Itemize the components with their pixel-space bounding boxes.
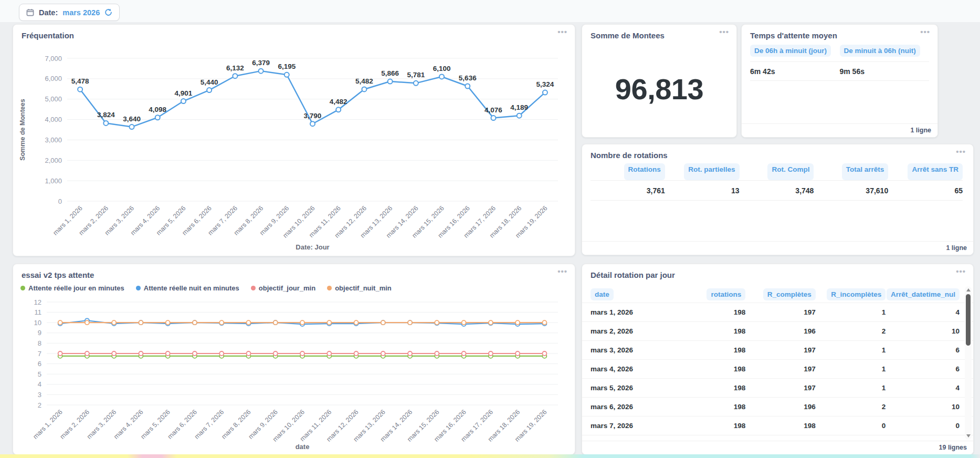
cell-value[interactable]: 196: [745, 327, 816, 335]
column-header-arret-datetime-nul[interactable]: Arrêt_datetime_nul: [887, 288, 960, 300]
column-header-date[interactable]: date: [591, 288, 614, 300]
legend-item[interactable]: objectif_jour_min: [251, 284, 315, 292]
table-row[interactable]: mars 2, 2026198196210: [582, 322, 973, 341]
cell-attente-nuit[interactable]: 9m 56s: [840, 67, 930, 76]
card-menu-icon[interactable]: •••: [956, 267, 966, 275]
cell-value[interactable]: 198: [679, 327, 746, 335]
cell-value[interactable]: 10: [886, 327, 960, 335]
data-point[interactable]: [408, 351, 412, 356]
column-header-nuit[interactable]: De minuit à 06h (nuit): [840, 45, 920, 57]
cell-value[interactable]: 198: [679, 403, 746, 411]
cell-value[interactable]: 1: [816, 384, 886, 392]
card-menu-icon[interactable]: •••: [557, 28, 567, 36]
data-point[interactable]: [139, 320, 143, 325]
data-point[interactable]: [246, 320, 250, 325]
cell-value[interactable]: 198: [679, 308, 746, 316]
cell-rot-partielles[interactable]: 13: [665, 186, 740, 195]
data-point[interactable]: [300, 351, 304, 356]
data-point[interactable]: [354, 320, 359, 325]
data-point[interactable]: [58, 320, 62, 325]
cell-value[interactable]: 197: [745, 365, 816, 373]
data-point[interactable]: [435, 351, 439, 356]
data-point[interactable]: [112, 351, 116, 356]
cell-value[interactable]: 1: [816, 308, 886, 316]
table-row[interactable]: mars 4, 202619819716: [582, 360, 973, 379]
data-point[interactable]: [246, 351, 250, 356]
column-header-total-arrets[interactable]: Total arrêts: [842, 163, 889, 180]
data-point[interactable]: [408, 320, 412, 325]
date-filter[interactable]: Date: mars 2026: [19, 4, 120, 21]
data-point[interactable]: [193, 351, 197, 356]
column-header-rotations[interactable]: rotations: [707, 288, 745, 300]
data-point[interactable]: [193, 320, 197, 325]
cell-date[interactable]: mars 2, 2026: [591, 327, 679, 335]
cell-arret-sans-tr[interactable]: 65: [888, 186, 963, 195]
cell-date[interactable]: mars 4, 2026: [591, 365, 679, 373]
data-point[interactable]: [273, 320, 278, 325]
cell-value[interactable]: 197: [745, 346, 816, 354]
data-point[interactable]: [327, 320, 331, 325]
cell-attente-jour[interactable]: 6m 42s: [750, 67, 840, 76]
data-point[interactable]: [381, 351, 385, 356]
data-point[interactable]: [465, 84, 470, 89]
cell-value[interactable]: 6: [886, 346, 960, 354]
cell-value[interactable]: 1: [816, 365, 886, 373]
data-point[interactable]: [259, 69, 264, 74]
cell-date[interactable]: mars 3, 2026: [591, 346, 679, 354]
refresh-icon[interactable]: [104, 8, 112, 16]
cell-value[interactable]: 198: [679, 365, 746, 373]
scroll-thumb[interactable]: [966, 294, 971, 346]
cell-rot-compl[interactable]: 3,748: [740, 186, 814, 195]
cell-value[interactable]: 197: [745, 308, 816, 316]
table-scrollbar[interactable]: [965, 286, 972, 440]
cell-value[interactable]: 198: [679, 346, 746, 354]
data-point[interactable]: [219, 351, 224, 356]
column-header-jour[interactable]: De 06h à minuit (jour): [750, 45, 831, 57]
data-point[interactable]: [414, 81, 418, 86]
data-point[interactable]: [388, 79, 393, 84]
data-point[interactable]: [207, 88, 212, 92]
scroll-down-icon[interactable]: [966, 434, 971, 438]
table-row[interactable]: mars 3, 202619819716: [582, 341, 973, 360]
table-row[interactable]: mars 6, 2026198196210: [582, 398, 973, 417]
data-point[interactable]: [435, 320, 439, 325]
column-header-r-incompletes[interactable]: R_incomplètes: [827, 288, 886, 300]
legend-item[interactable]: Attente réelle nuit en minutes: [136, 284, 239, 292]
frequentation-chart[interactable]: 01,0002,0003,0004,0005,0006,0007,000mars…: [17, 44, 572, 253]
data-point[interactable]: [543, 90, 547, 95]
data-point[interactable]: [354, 351, 359, 356]
data-point[interactable]: [362, 87, 366, 91]
card-menu-icon[interactable]: •••: [719, 28, 729, 36]
legend-item[interactable]: Attente réelle jour en minutes: [20, 284, 124, 292]
data-point[interactable]: [139, 351, 143, 356]
data-point[interactable]: [103, 121, 108, 126]
cell-value[interactable]: 196: [745, 403, 816, 411]
data-point[interactable]: [336, 107, 341, 112]
data-point[interactable]: [489, 351, 493, 356]
column-header-rot-partielles[interactable]: Rot. partielles: [684, 163, 739, 180]
cell-value[interactable]: 198: [745, 422, 816, 430]
cell-value[interactable]: 1: [816, 346, 886, 354]
cell-date[interactable]: mars 7, 2026: [591, 422, 679, 430]
data-point[interactable]: [181, 99, 186, 103]
data-point[interactable]: [462, 320, 466, 325]
data-point[interactable]: [58, 351, 62, 356]
data-point[interactable]: [166, 351, 170, 356]
data-point[interactable]: [273, 351, 278, 356]
table-row[interactable]: mars 7, 202619819800: [582, 417, 973, 435]
cell-date[interactable]: mars 1, 2026: [591, 308, 679, 316]
cell-total-arrets[interactable]: 37,610: [814, 186, 888, 195]
column-header-rotations[interactable]: Rotations: [624, 163, 665, 180]
card-menu-icon[interactable]: •••: [956, 148, 966, 155]
cell-value[interactable]: 10: [886, 403, 960, 411]
column-header-arret-sans-tr[interactable]: Arrêt sans TR: [908, 163, 963, 180]
scroll-up-icon[interactable]: [966, 288, 971, 292]
cell-value[interactable]: 4: [886, 384, 960, 392]
table-row[interactable]: mars 1, 202619819714: [582, 303, 973, 322]
legend-item[interactable]: objectif_nuit_min: [327, 284, 392, 292]
data-point[interactable]: [219, 320, 224, 325]
data-point[interactable]: [515, 351, 520, 356]
cell-value[interactable]: 2: [816, 327, 886, 335]
data-point[interactable]: [515, 320, 520, 325]
data-point[interactable]: [85, 320, 89, 325]
